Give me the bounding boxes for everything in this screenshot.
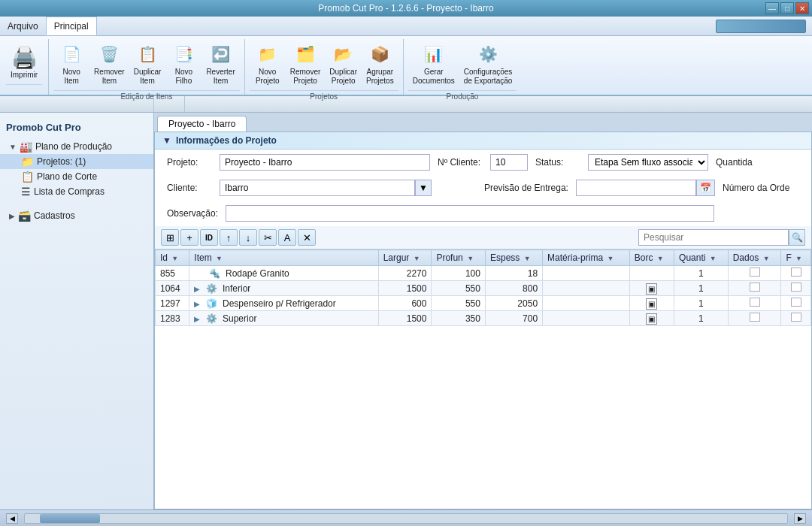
search-button[interactable]: 🔍 bbox=[789, 229, 805, 246]
cliente-input[interactable] bbox=[220, 180, 415, 196]
table-row[interactable]: 1283 ▶ ⚙️ Superior 1500 350 700 ▣ 1 bbox=[156, 311, 811, 326]
sidebar-item-plano-corte[interactable]: 📋 Plano de Corte bbox=[0, 169, 153, 184]
table-row[interactable]: 1064 ▶ ⚙️ Inferior 1500 550 800 ▣ 1 bbox=[156, 281, 811, 296]
agrupar-projetos-button[interactable]: 📦 AgruparProjetos bbox=[362, 39, 398, 89]
table-row[interactable]: 1297 ▶ 🧊 Despenseiro p/ Refrigerador 600… bbox=[156, 296, 811, 311]
filter-icon-profund: ▼ bbox=[467, 255, 474, 262]
minimize-button[interactable]: — bbox=[765, 2, 779, 14]
ribbon-group-projetos: 📁 NovoProjeto 🗂️ RemoverProjeto 📂 Duplic… bbox=[245, 39, 404, 95]
row-expand-icon[interactable]: ▶ bbox=[194, 285, 200, 293]
duplicar-projeto-button[interactable]: 📂 DuplicarProjeto bbox=[325, 39, 362, 89]
previsao-input[interactable] bbox=[576, 180, 696, 196]
tool-a-button[interactable]: A bbox=[278, 229, 296, 246]
tool-clear-button[interactable]: ✕ bbox=[298, 229, 316, 246]
novo-filho-button[interactable]: 📑 NovoFilho bbox=[165, 39, 201, 89]
ribbon-group-edicao: 📄 NovoItem 🗑️ RemoverItem 📋 DuplicarItem… bbox=[49, 39, 245, 95]
plano-producao-icon: 🏭 bbox=[20, 141, 32, 153]
menu-principal[interactable]: Principal bbox=[46, 17, 97, 35]
row-expand-icon[interactable]: ▶ bbox=[194, 315, 200, 323]
status-select[interactable]: Etapa Sem fluxo associa bbox=[588, 154, 708, 171]
quantidade-label: Quantida bbox=[716, 157, 761, 168]
cadastros-icon: 🗃️ bbox=[18, 210, 31, 222]
maximize-button[interactable]: □ bbox=[780, 2, 794, 14]
sidebar-item-cadastros[interactable]: ▶ 🗃️ Cadastros bbox=[0, 208, 153, 223]
item-icon: ⚙️ bbox=[206, 313, 217, 324]
observacao-input[interactable] bbox=[226, 205, 714, 222]
col-header-id[interactable]: Id ▼ bbox=[156, 250, 189, 266]
tab-proyecto-ibarro[interactable]: Proyecto - Ibarro bbox=[157, 116, 247, 132]
novo-item-label: NovoItem bbox=[62, 68, 80, 86]
cell-id: 1297 bbox=[156, 296, 189, 311]
tool-scissors-button[interactable]: ✂ bbox=[259, 229, 277, 246]
scroll-left-button[interactable]: ◀ bbox=[6, 513, 18, 524]
cell-materia bbox=[543, 311, 630, 326]
cell-quanti: 1 bbox=[674, 311, 729, 326]
ribbon-group-label-0 bbox=[6, 84, 42, 96]
duplicar-item-label: DuplicarItem bbox=[134, 68, 162, 86]
form-row-1: Projeto: Nº Cliente: Status: Etapa Sem f… bbox=[155, 150, 811, 175]
sidebar-item-plano-producao[interactable]: ▼ 🏭 Plano de Produção bbox=[0, 139, 153, 154]
scroll-right-button[interactable]: ▶ bbox=[794, 513, 806, 524]
config-exportacao-button[interactable]: ⚙️ Configuraçõesde Exportação bbox=[459, 39, 517, 89]
remover-item-button[interactable]: 🗑️ RemoverItem bbox=[89, 39, 129, 89]
imprimir-button[interactable]: 🖨️ Imprimir bbox=[6, 42, 42, 83]
tool-grid-button[interactable]: ⊞ bbox=[161, 229, 179, 246]
filter-icon-id: ▼ bbox=[171, 255, 178, 262]
remover-projeto-button[interactable]: 🗂️ RemoverProjeto bbox=[286, 39, 326, 89]
col-header-largura[interactable]: Largur ▼ bbox=[378, 250, 432, 266]
novo-projeto-button[interactable]: 📁 NovoProjeto bbox=[250, 39, 286, 89]
gerar-documentos-label: GerarDocumentos bbox=[413, 68, 455, 86]
cell-espess: 800 bbox=[485, 281, 542, 296]
project-info-header: ▼ Informações do Projeto bbox=[155, 132, 811, 150]
tool-add-button[interactable]: + bbox=[180, 229, 198, 246]
table-row[interactable]: 855 🔩 Rodapé Granito 2270 100 18 1 bbox=[156, 266, 811, 281]
cell-dados bbox=[728, 281, 781, 296]
close-button[interactable]: ✕ bbox=[795, 2, 809, 14]
col-header-materia[interactable]: Matéria-prima ▼ bbox=[543, 250, 630, 266]
expand-icon-cadastros: ▶ bbox=[9, 212, 15, 220]
calendar-button[interactable]: 📅 bbox=[696, 180, 715, 196]
projeto-input[interactable] bbox=[220, 154, 430, 171]
novo-item-button[interactable]: 📄 NovoItem bbox=[53, 39, 89, 89]
window-controls[interactable]: — □ ✕ bbox=[765, 2, 809, 14]
novo-filho-label: NovoFilho bbox=[175, 68, 192, 86]
col-header-espess[interactable]: Espess ▼ bbox=[485, 250, 542, 266]
imprimir-label: Imprimir bbox=[11, 71, 38, 80]
numeroordem-label: Número da Orde bbox=[723, 183, 789, 193]
cliente-dropdown-button[interactable]: ▼ bbox=[415, 180, 432, 196]
col-header-borcha[interactable]: Borc ▼ bbox=[629, 250, 674, 266]
tab-bar: Proyecto - Ibarro bbox=[154, 113, 812, 132]
title-text: Promob Cut Pro - 1.2.6.6 - Proyecto - Ib… bbox=[318, 3, 493, 14]
sidebar-item-lista-compras[interactable]: ☰ Lista de Compras bbox=[0, 184, 153, 199]
col-header-item[interactable]: Item ▼ bbox=[189, 250, 378, 266]
content-panel: ▼ Informações do Projeto Projeto: Nº Cli… bbox=[154, 132, 812, 509]
sidebar-item-projetos[interactable]: 📁 Projetos: (1) bbox=[0, 154, 153, 169]
col-header-profund[interactable]: Profun ▼ bbox=[432, 250, 486, 266]
nocliente-input[interactable] bbox=[490, 154, 528, 171]
cell-materia bbox=[543, 296, 630, 311]
config-exportacao-label: Configuraçõesde Exportação bbox=[464, 68, 513, 86]
tool-up-button[interactable]: ↑ bbox=[220, 229, 238, 246]
filter-icon-materia: ▼ bbox=[607, 255, 614, 262]
novo-filho-icon: 📑 bbox=[171, 42, 195, 66]
cell-borcha: ▣ bbox=[629, 296, 674, 311]
status-bar: ◀ ▶ bbox=[0, 509, 812, 526]
collapse-button[interactable]: ▼ bbox=[162, 135, 171, 146]
menu-arquivo[interactable]: Arquivo bbox=[0, 17, 46, 35]
duplicar-item-button[interactable]: 📋 DuplicarItem bbox=[129, 39, 166, 89]
title-bar: Promob Cut Pro - 1.2.6.6 - Proyecto - Ib… bbox=[0, 0, 812, 17]
search-input[interactable] bbox=[638, 229, 789, 246]
cell-largura: 600 bbox=[378, 296, 432, 311]
ribbon-toggle[interactable] bbox=[716, 20, 806, 33]
horizontal-scrollbar[interactable] bbox=[24, 513, 788, 524]
col-header-f[interactable]: F ▼ bbox=[781, 250, 811, 266]
tool-id-button[interactable]: ID bbox=[200, 229, 218, 246]
gerar-documentos-button[interactable]: 📊 GerarDocumentos bbox=[408, 39, 459, 89]
tool-down-button[interactable]: ↓ bbox=[239, 229, 257, 246]
col-header-dados[interactable]: Dados ▼ bbox=[728, 250, 781, 266]
row-expand-icon[interactable]: ▶ bbox=[194, 300, 200, 308]
cadastros-label: Cadastros bbox=[34, 210, 75, 221]
filter-icon-item: ▼ bbox=[216, 255, 223, 262]
col-header-quanti[interactable]: Quanti ▼ bbox=[674, 250, 729, 266]
reverter-item-button[interactable]: ↩️ ReverterItem bbox=[201, 39, 239, 89]
